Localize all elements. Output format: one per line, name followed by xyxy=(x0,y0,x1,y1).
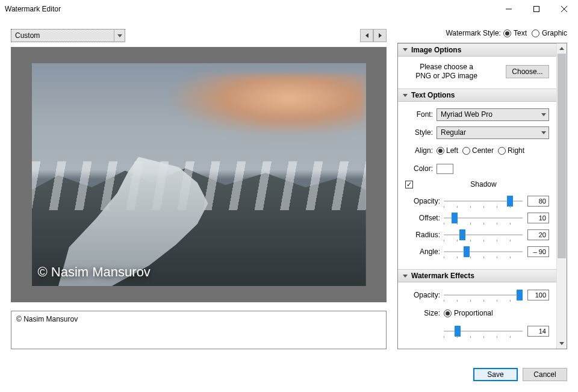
shadow-angle-value[interactable]: – 90 xyxy=(527,246,549,257)
close-button[interactable] xyxy=(550,0,578,18)
cancel-button[interactable]: Cancel xyxy=(523,368,567,381)
preset-select[interactable]: Custom xyxy=(11,29,125,42)
disclosure-icon xyxy=(403,94,408,97)
scroll-down-arrow[interactable] xyxy=(557,338,567,349)
shadow-angle-slider[interactable] xyxy=(444,246,523,258)
effects-opacity-value[interactable]: 100 xyxy=(527,290,549,300)
options-panel: Image Options Please choose a PNG or JPG… xyxy=(397,43,567,349)
align-center-radio[interactable] xyxy=(462,147,470,155)
triangle-right-icon xyxy=(379,33,382,38)
style-text-radio[interactable] xyxy=(503,30,511,37)
font-label: Font: xyxy=(405,110,437,119)
size-value[interactable]: 14 xyxy=(527,326,549,337)
next-image-button[interactable] xyxy=(373,29,387,42)
size-proportional-radio[interactable] xyxy=(444,310,452,317)
watermark-overlay-text: © Nasim Mansurov xyxy=(38,264,151,280)
font-style-select[interactable]: Regular xyxy=(437,126,549,139)
shadow-offset-slider[interactable] xyxy=(444,212,523,224)
panel-scrollbar[interactable] xyxy=(556,43,567,349)
titlebar: Watermark Editor xyxy=(0,0,578,18)
maximize-button[interactable] xyxy=(523,0,550,18)
shadow-opacity-value[interactable]: 80 xyxy=(527,196,549,207)
save-button[interactable]: Save xyxy=(473,368,518,381)
triangle-left-icon xyxy=(365,33,368,38)
prev-image-button[interactable] xyxy=(360,29,373,42)
shadow-radius-value[interactable]: 20 xyxy=(527,229,549,240)
disclosure-icon xyxy=(403,275,408,278)
watermark-style-label: Watermark Style: xyxy=(446,29,501,37)
shadow-radius-slider[interactable] xyxy=(444,229,523,241)
align-right-radio[interactable] xyxy=(498,147,506,155)
caption-value: © Nasim Mansurov xyxy=(16,315,78,323)
style-graphic-radio[interactable] xyxy=(532,30,539,37)
size-slider[interactable] xyxy=(444,325,523,337)
style-label: Style: xyxy=(405,128,437,137)
watermark-text-input[interactable]: © Nasim Mansurov xyxy=(11,311,387,349)
font-select[interactable]: Myriad Web Pro xyxy=(437,108,549,121)
color-swatch[interactable] xyxy=(437,164,453,174)
image-options-header[interactable]: Image Options xyxy=(398,43,556,57)
effects-opacity-label: Opacity: xyxy=(405,291,444,299)
align-left-radio[interactable] xyxy=(437,147,444,155)
shadow-radius-label: Radius: xyxy=(405,231,444,239)
shadow-checkbox[interactable] xyxy=(405,181,413,188)
shadow-opacity-slider[interactable] xyxy=(444,195,523,207)
effects-opacity-slider[interactable] xyxy=(444,289,523,301)
minimize-button[interactable] xyxy=(495,0,523,18)
align-label: Align: xyxy=(405,146,437,155)
choose-image-button[interactable]: Choose... xyxy=(506,65,549,78)
svg-rect-1 xyxy=(534,6,539,11)
scroll-up-arrow[interactable] xyxy=(557,43,567,54)
window-title: Watermark Editor xyxy=(5,5,495,13)
shadow-opacity-label: Opacity: xyxy=(405,197,444,205)
footer: Save Cancel xyxy=(0,360,578,389)
preview-image: © Nasim Mansurov xyxy=(32,63,366,286)
text-options-header[interactable]: Text Options xyxy=(398,89,556,102)
chevron-down-icon xyxy=(114,30,125,42)
preset-value: Custom xyxy=(15,31,40,40)
preview-frame: © Nasim Mansurov xyxy=(11,47,387,302)
shadow-offset-value[interactable]: 10 xyxy=(527,213,549,223)
shadow-offset-label: Offset: xyxy=(405,214,444,222)
shadow-label: Shadow xyxy=(418,180,549,188)
style-graphic-label: Graphic xyxy=(542,29,567,37)
size-label: Size: xyxy=(405,309,444,317)
disclosure-icon xyxy=(403,48,408,51)
chevron-down-icon xyxy=(538,127,548,138)
chevron-down-icon xyxy=(538,109,548,120)
shadow-angle-label: Angle: xyxy=(405,247,444,256)
style-text-label: Text xyxy=(514,29,527,37)
watermark-effects-header[interactable]: Watermark Effects xyxy=(398,269,556,282)
scroll-thumb[interactable] xyxy=(558,54,566,258)
color-label: Color: xyxy=(405,164,437,173)
image-options-hint: Please choose a PNG or JPG image xyxy=(405,63,488,81)
